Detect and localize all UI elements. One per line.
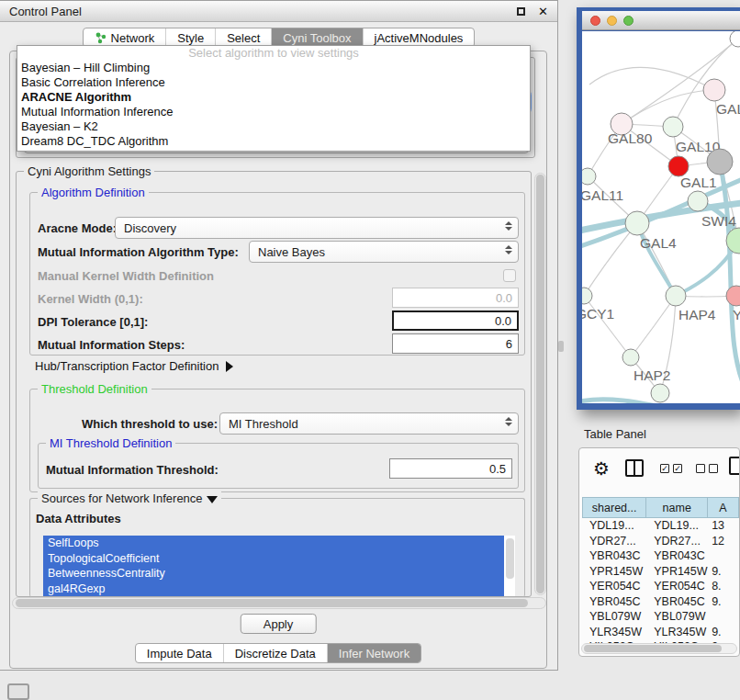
zoom-window-icon[interactable] [623, 16, 633, 26]
network-node-unlabeled[interactable] [707, 149, 733, 175]
kernel-width-field[interactable]: 0.0 [392, 288, 519, 308]
data-attribute-item[interactable]: SelfLoops [43, 536, 504, 551]
table-row[interactable]: YLR345WYLR345W9. [582, 625, 739, 640]
network-node-HAP4[interactable] [666, 286, 686, 306]
mi-type-label: Mutual Information Algorithm Type: [38, 245, 239, 259]
mit-field[interactable]: 0.5 [389, 458, 512, 479]
algorithm-option[interactable]: Basic Correlation Inference [17, 75, 530, 90]
settings-horizontal-scrollbar[interactable] [12, 597, 546, 609]
minimize-window-icon[interactable] [607, 16, 617, 26]
algorithm-option[interactable]: Bayesian – K2 [17, 119, 530, 134]
table-cell: 12 [708, 535, 739, 548]
table-row[interactable]: YPR145WYPR145W9. [582, 564, 739, 580]
network-node-HAP2[interactable] [622, 349, 639, 366]
tab-impute-data[interactable]: Impute Data [136, 644, 223, 662]
network-node-SWI4[interactable] [688, 191, 708, 211]
network-node-GCY1[interactable] [582, 288, 592, 304]
minimized-panel-button[interactable] [7, 683, 29, 700]
algorithm-popup: Select algorithm to view settings Bayesi… [17, 45, 531, 152]
table-panel-title: Table Panel [584, 427, 646, 441]
algorithm-option[interactable]: Bayesian – Hill Climbing [17, 61, 530, 75]
network-node-unlabeled[interactable] [651, 384, 669, 402]
dpi-tolerance-value: 0.0 [495, 314, 511, 328]
table-horizontal-scrollbar[interactable] [581, 643, 737, 654]
network-view-window[interactable]: GAL7GAL80GAL10GAL1GAL11SWI4GAL4GCY1HAP4Y… [577, 7, 740, 410]
select-all-icon[interactable]: ✓✓ [660, 464, 682, 473]
table-row[interactable]: YER054CYER054C8. [582, 579, 739, 594]
float-panel-icon[interactable] [517, 7, 525, 16]
network-node-GAL7[interactable] [703, 79, 725, 101]
aracne-mode-label: Aracne Mode: [38, 221, 117, 235]
which-threshold-combobox[interactable]: MI Threshold [219, 412, 519, 435]
columns-icon[interactable] [625, 459, 644, 477]
network-edge-highlighted[interactable] [720, 162, 740, 397]
aracne-mode-combobox[interactable]: Discovery [115, 217, 519, 239]
data-attributes-list[interactable]: SelfLoopsTopologicalCoefficientBetweenne… [43, 536, 515, 596]
table-panel-window: ⚙ ✓✓ shared...nameA YDL19...YDL19...13YD… [578, 447, 740, 657]
network-node-GAL1[interactable] [668, 156, 689, 176]
settings-vertical-scrollbar[interactable] [534, 173, 546, 595]
table-cell: YBR043C [646, 549, 708, 562]
document-icon[interactable] [729, 457, 740, 475]
network-node-GAL4[interactable] [625, 211, 649, 235]
table-cell: 9. [708, 595, 739, 608]
table-cell: YBR045C [646, 595, 708, 608]
tab-select[interactable]: Select [215, 28, 271, 47]
panel-splitter-grip[interactable] [558, 341, 564, 352]
close-window-icon[interactable] [590, 16, 600, 26]
tab-discretize-data[interactable]: Discretize Data [223, 644, 327, 662]
algorithm-option[interactable]: Mutual Information Inference [17, 105, 530, 119]
mi-steps-field[interactable]: 6 [392, 333, 519, 354]
gear-icon[interactable]: ⚙ [593, 457, 610, 480]
table-row[interactable]: YBR045CYBR045C9. [582, 594, 739, 610]
data-attribute-item[interactable]: BetweennessCentrality [43, 566, 504, 581]
network-window-titlebar[interactable] [582, 11, 740, 30]
data-attribute-item[interactable]: TopologicalCoefficient [43, 551, 504, 567]
deselect-all-icon[interactable] [696, 464, 718, 473]
list-scrollbar[interactable] [506, 538, 514, 579]
table-row[interactable]: YBR043CYBR043C [582, 548, 739, 564]
node-label: GAL1 [680, 175, 717, 190]
combo-arrows-icon [505, 245, 512, 254]
data-attribute-item[interactable]: gal4RGexp [43, 581, 504, 597]
tab-style[interactable]: Style [165, 28, 215, 47]
tab-infer-network[interactable]: Infer Network [327, 644, 420, 662]
network-node-GAL10[interactable] [663, 117, 683, 137]
network-edge[interactable] [631, 296, 676, 357]
table-row[interactable]: YBL079WYBL079W [582, 609, 739, 625]
table-cell: YDL19... [582, 519, 646, 532]
hub-tf-definition-label: Hub/Transcription Factor Definition [35, 359, 219, 373]
close-panel-icon[interactable]: ✕ [538, 6, 548, 17]
node-label: GAL11 [582, 187, 623, 203]
manual-kernel-checkbox[interactable] [503, 269, 516, 282]
mi-threshold-legend: MI Threshold Definition [46, 436, 175, 450]
tab-cyni-toolbox[interactable]: Cyni Toolbox [271, 28, 362, 47]
algorithm-option[interactable]: ARACNE Algorithm [17, 90, 530, 105]
column-header-1[interactable]: shared... [582, 497, 646, 518]
table-cell: YBR045C [582, 595, 646, 608]
hub-tf-definition-toggle[interactable]: Hub/Transcription Factor Definition [35, 359, 233, 373]
table-toolbar: ⚙ ✓✓ [579, 448, 739, 491]
node-label: SWI4 [701, 213, 736, 229]
tab-jactivemnodules[interactable]: jActiveMNodules [363, 28, 475, 47]
cyni-algorithm-settings-group: Cyni Algorithm Settings Algorithm Defini… [16, 171, 532, 597]
column-header-3[interactable]: A [708, 497, 739, 518]
kernel-width-label: Kernel Width (0,1): [38, 292, 143, 306]
mi-type-combobox[interactable]: Naive Bayes [249, 241, 519, 263]
table-row[interactable]: YDR27...YDR27...12 [582, 534, 739, 549]
table-row[interactable]: YDL19...YDL19...13 [582, 518, 739, 534]
algorithm-option[interactable]: Dream8 DC_TDC Algorithm [17, 134, 530, 149]
network-node-GAL11[interactable] [582, 168, 596, 185]
node-label: GCY1 [582, 306, 614, 322]
network-canvas[interactable]: GAL7GAL80GAL10GAL1GAL11SWI4GAL4GCY1HAP4Y… [582, 31, 740, 403]
mit-value: 0.5 [489, 462, 506, 476]
column-header-2[interactable]: name [646, 497, 708, 518]
table-cell: YER054C [582, 580, 646, 593]
combo-arrows-icon [505, 221, 512, 231]
tab-network[interactable]: Network [84, 28, 166, 47]
table-cell: YPR145W [646, 565, 708, 578]
dpi-tolerance-field[interactable]: 0.0 [392, 310, 519, 331]
network-node-Y[interactable] [726, 286, 740, 306]
apply-button[interactable]: Apply [241, 614, 317, 634]
mit-label: Mutual Information Threshold: [46, 463, 219, 477]
